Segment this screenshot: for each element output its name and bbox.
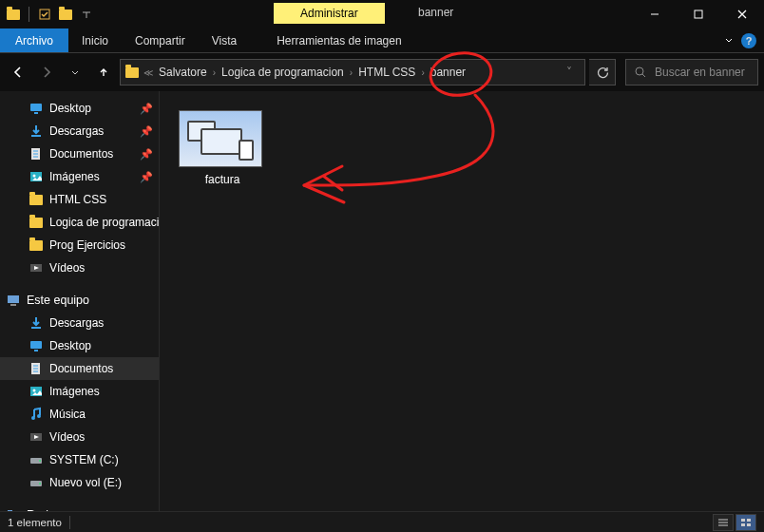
sidebar-item-label: Imágenes [49, 170, 100, 183]
sidebar-item-label: Música [49, 408, 86, 421]
minimize-button[interactable] [633, 0, 677, 28]
sidebar-item-icon [29, 361, 44, 376]
nav-forward-button[interactable] [34, 60, 59, 85]
sidebar-header-thispc[interactable]: Este equipo [0, 289, 159, 312]
sidebar-item[interactable]: Vídeos [0, 256, 159, 279]
sidebar-item-label: Documentos [49, 147, 113, 161]
sidebar-item[interactable]: Desktop📌 [0, 97, 159, 120]
nav-back-button[interactable] [6, 60, 30, 85]
sidebar-item[interactable]: Prog Ejercicios [0, 234, 159, 256]
status-item-count: 1 elemento [8, 517, 62, 528]
sidebar-item[interactable]: Música [0, 403, 159, 426]
sidebar-item[interactable]: Imágenes📌 [0, 165, 159, 188]
sidebar-item[interactable]: Vídeos [0, 426, 159, 448]
file-item[interactable]: factura [179, 110, 266, 186]
sidebar-item[interactable]: SYSTEM (C:) [0, 448, 159, 471]
sidebar-item-label: Descargas [49, 124, 104, 138]
svg-line-6 [642, 74, 645, 77]
qat-newfolder-icon[interactable] [58, 7, 73, 22]
pin-icon: 📌 [140, 148, 153, 161]
svg-rect-8 [34, 112, 38, 114]
navigation-pane: Desktop📌Descargas📌Documentos📌Imágenes📌HT… [0, 91, 160, 511]
breadcrumb-item[interactable]: Salvatore [157, 66, 209, 79]
status-bar: 1 elemento [0, 511, 764, 532]
sidebar-item-label: Nuevo vol (E:) [49, 476, 122, 489]
pc-icon [6, 293, 21, 308]
svg-rect-20 [30, 341, 42, 349]
chevron-right-icon[interactable]: ≪ [143, 67, 153, 78]
sidebar-item-label: Vídeos [49, 261, 85, 275]
sidebar-item-label: Imágenes [49, 385, 100, 398]
view-icons-button[interactable] [735, 514, 756, 531]
sidebar-item[interactable]: Nuevo vol (E:) [0, 471, 159, 494]
pin-icon: 📌 [140, 171, 153, 183]
pin-icon: 📌 [140, 103, 153, 115]
chevron-right-icon[interactable]: › [213, 67, 216, 78]
svg-point-29 [37, 414, 41, 418]
svg-point-28 [31, 416, 35, 420]
sidebar-item[interactable]: Desktop [0, 334, 159, 357]
view-details-button[interactable] [713, 514, 734, 531]
sidebar-item[interactable]: Imágenes [0, 380, 159, 403]
sidebar-item-label: SYSTEM (C:) [49, 453, 119, 466]
svg-rect-21 [34, 350, 38, 352]
sidebar-item[interactable]: Documentos [0, 357, 159, 380]
breadcrumb-item[interactable]: HTML CSS [356, 66, 417, 79]
svg-rect-9 [31, 135, 41, 137]
breadcrumb-bar[interactable]: ≪ Salvatore › Logica de programacion › H… [120, 59, 585, 86]
svg-rect-7 [30, 104, 42, 111]
sidebar-item-icon [29, 452, 44, 467]
address-bar-row: ≪ Salvatore › Logica de programacion › H… [0, 53, 764, 91]
maximize-button[interactable] [677, 0, 720, 28]
sidebar-item[interactable]: Descargas [0, 312, 159, 334]
sidebar-item-icon [29, 315, 44, 331]
sidebar-item-icon [29, 238, 44, 253]
sidebar-item[interactable]: Logica de programacion [0, 211, 159, 234]
svg-rect-41 [747, 519, 751, 522]
breadcrumb-dropdown[interactable]: ˅ [558, 66, 581, 79]
sidebar-item-icon [29, 260, 44, 276]
refresh-button[interactable] [589, 59, 616, 86]
nav-recent-dropdown[interactable] [63, 60, 87, 85]
qat-properties-icon[interactable] [37, 7, 52, 22]
sidebar-item-icon [29, 146, 44, 162]
sidebar-header-network[interactable]: Red [0, 504, 159, 511]
chevron-right-icon[interactable]: › [421, 67, 424, 78]
search-icon [634, 66, 647, 79]
sidebar-item-icon [29, 215, 44, 230]
sidebar-item-label: Prog Ejercicios [49, 238, 125, 252]
sidebar-item-icon [29, 124, 44, 139]
breadcrumb-item[interactable]: Logica de programacion [220, 66, 346, 79]
file-thumbnail [179, 110, 262, 167]
svg-rect-43 [747, 523, 751, 526]
qat-customize-icon[interactable] [79, 7, 94, 22]
svg-rect-19 [31, 327, 41, 329]
search-box[interactable]: Buscar en banner [625, 59, 758, 86]
sidebar-item[interactable]: Documentos📌 [0, 142, 159, 165]
ribbon-collapse-icon[interactable] [724, 34, 734, 48]
help-button[interactable]: ? [741, 33, 756, 48]
ribbon-file-tab[interactable]: Archivo [0, 28, 68, 52]
svg-point-27 [33, 390, 36, 392]
file-list-pane[interactable]: factura [160, 91, 764, 511]
sidebar-item[interactable]: HTML CSS [0, 188, 159, 211]
nav-up-button[interactable] [91, 60, 116, 85]
sidebar-item-icon [29, 429, 44, 445]
chevron-right-icon[interactable]: › [350, 67, 353, 78]
sidebar-item-label: Logica de programacion [49, 216, 160, 229]
ribbon-tab-vista[interactable]: Vista [199, 28, 250, 52]
svg-rect-17 [8, 295, 19, 303]
ribbon-tab-herramientas[interactable]: Herramientas de imagen [263, 28, 414, 52]
sidebar-item-icon [29, 407, 44, 422]
breadcrumb-folder-icon [124, 65, 140, 80]
sidebar-item-label: Documentos [49, 362, 113, 375]
svg-point-15 [33, 175, 36, 178]
svg-rect-40 [741, 519, 745, 522]
sidebar-item[interactable]: Descargas📌 [0, 120, 159, 142]
search-placeholder: Buscar en banner [655, 66, 745, 79]
ribbon-tab-inicio[interactable]: Inicio [68, 28, 122, 52]
close-button[interactable] [720, 0, 764, 28]
breadcrumb-item[interactable]: banner [429, 66, 468, 79]
sidebar-item-icon [29, 384, 44, 399]
ribbon-tab-compartir[interactable]: Compartir [122, 28, 199, 52]
